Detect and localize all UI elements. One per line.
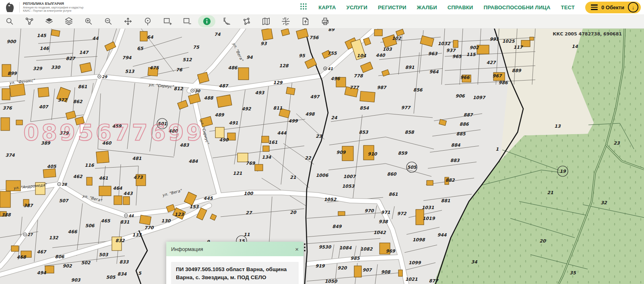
- tool-zoom-out-button[interactable]: [99, 15, 117, 27]
- building: [217, 95, 232, 108]
- parcel-label: 877: [429, 278, 439, 284]
- building: [140, 31, 147, 41]
- parcel-label: 861: [389, 192, 398, 197]
- parcel-label: 831: [120, 220, 130, 225]
- parcel-label: 966: [460, 75, 470, 80]
- parcel-label: 20: [290, 210, 297, 215]
- pan-icon: [124, 17, 132, 26]
- objects-pill-button[interactable]: 0 Обекти ↓: [585, 2, 641, 13]
- parcel-label: 14: [572, 44, 578, 49]
- parcel-label: 756: [310, 35, 319, 40]
- parcel-label: 889: [512, 68, 522, 73]
- parcel-label: 834: [118, 272, 127, 277]
- building: [354, 266, 361, 277]
- tool-map-book-button[interactable]: [257, 15, 275, 27]
- building: [96, 151, 109, 164]
- parcel-label: 34: [471, 259, 478, 265]
- info-popup-body: ПИ 30497.505.1053 област Варна, община В…: [166, 256, 303, 284]
- survey-node-dot: [192, 90, 193, 91]
- parcel-label: 963: [428, 51, 438, 56]
- survey-node-dot: [25, 234, 25, 235]
- nav-item-test[interactable]: ТЕСТ: [561, 4, 575, 10]
- nav-item-registri[interactable]: РЕГИСТРИ: [378, 4, 407, 10]
- parcel-label: 853: [359, 130, 369, 135]
- zoom-out-icon: [104, 17, 113, 26]
- nav-item-karta[interactable]: КАРТА: [318, 4, 336, 10]
- parcel-label: 377: [58, 97, 68, 103]
- parcel-info-row[interactable]: ПИ 30497.505.1053 област Варна, община В…: [171, 262, 299, 284]
- parcel-label: 93: [260, 41, 267, 46]
- building: [2, 89, 10, 100]
- parcel-label: 440: [376, 53, 386, 58]
- parcel-label: 461: [99, 176, 108, 181]
- tool-export-button[interactable]: [297, 15, 314, 27]
- parcel-label: 115: [466, 52, 476, 57]
- parcel-label: 986: [499, 80, 508, 85]
- coordinate-readout: ККС 2005 4782738, 690681: [553, 31, 622, 37]
- tool-location-button[interactable]: [139, 15, 156, 27]
- parcel-label: 861: [78, 84, 87, 89]
- tool-layers-filled-button[interactable]: [40, 15, 58, 27]
- parcel-label: 445: [204, 196, 213, 201]
- parcel-label: 104: [357, 53, 367, 58]
- tool-zoom-in-button[interactable]: [80, 15, 97, 27]
- tool-polygon-area-button[interactable]: [237, 15, 255, 27]
- tool-rect-minus-button[interactable]: [178, 15, 196, 27]
- tool-rect-plus-button[interactable]: [159, 15, 176, 27]
- close-icon[interactable]: ×: [295, 246, 299, 252]
- download-arrow-icon[interactable]: ↓: [628, 2, 638, 12]
- parcel-label: 991: [490, 37, 499, 42]
- info-popup-title: Информация: [171, 246, 203, 252]
- parcel-label: 407: [39, 104, 49, 110]
- parcel-label: 938: [379, 219, 388, 224]
- tool-network-button[interactable]: [21, 15, 38, 27]
- apps-grid-icon[interactable]: [300, 3, 307, 12]
- parcel-label: 862: [73, 99, 83, 104]
- parcel-label: 330: [51, 65, 61, 70]
- parcel-label: 882: [446, 178, 455, 183]
- tool-search-button[interactable]: [1, 15, 18, 27]
- nav-item-uslugi[interactable]: УСЛУГИ: [347, 4, 367, 10]
- building: [123, 197, 130, 205]
- building: [1, 118, 10, 131]
- parcel-label: 161: [268, 140, 278, 145]
- tool-pan-button[interactable]: [119, 15, 136, 27]
- parcel-label: 827: [66, 56, 76, 61]
- agency-logo[interactable]: РЕПУБЛИКА БЪЛГАРИЯ Агенция по геодезия, …: [0, 2, 83, 13]
- parcel-label: 1097: [473, 95, 486, 100]
- parcel-label: 969: [386, 249, 396, 254]
- agency-subtitle: Агенция по геодезия, картография и кадас…: [23, 6, 83, 9]
- parcel-label: 859: [398, 151, 408, 156]
- nav-item-zhalbi[interactable]: ЖАЛБИ: [417, 4, 437, 10]
- parcel-label: 466: [68, 229, 78, 234]
- survey-node-dot: [59, 184, 60, 184]
- rect-minus-icon: [183, 17, 192, 26]
- parcel-label: 32: [601, 200, 607, 205]
- search-icon: [5, 17, 14, 26]
- building: [227, 133, 235, 140]
- parcel-label: 906: [456, 93, 465, 99]
- building: [238, 68, 249, 80]
- hamburger-icon: [591, 4, 598, 10]
- parcel-label: 860: [387, 172, 397, 177]
- parcel-label: 487: [219, 83, 229, 89]
- parcel-label: 374: [6, 153, 15, 158]
- tool-measure-button[interactable]: [218, 15, 235, 27]
- nav-item-spravki[interactable]: СПРАВКИ: [448, 4, 473, 10]
- parcel-label: 20: [539, 238, 546, 244]
- tool-axes-button[interactable]: [277, 15, 294, 27]
- portal-subtitle: КАИС - Портал за електронни услуги: [23, 9, 83, 12]
- tool-print-button[interactable]: [316, 15, 334, 27]
- print-icon: [321, 17, 330, 26]
- parcel-label: 100: [244, 191, 254, 196]
- parcel-label: 376: [3, 106, 12, 111]
- parcel-label: 121: [233, 171, 242, 176]
- map-canvas[interactable]: 9001451461474482732933089964657945134758…: [0, 28, 644, 284]
- tool-info-button[interactable]: [198, 15, 215, 27]
- nav-item-pravosposobni-litsa[interactable]: ПРАВОСПОСОБНИ ЛИЦА: [483, 4, 550, 10]
- parcel-label: 9530: [319, 245, 332, 250]
- parcel-label: 1025: [502, 39, 515, 44]
- circled-parcel-label: 505: [407, 165, 417, 170]
- rect-plus-icon: [163, 17, 172, 26]
- tool-layers-button[interactable]: [60, 15, 77, 27]
